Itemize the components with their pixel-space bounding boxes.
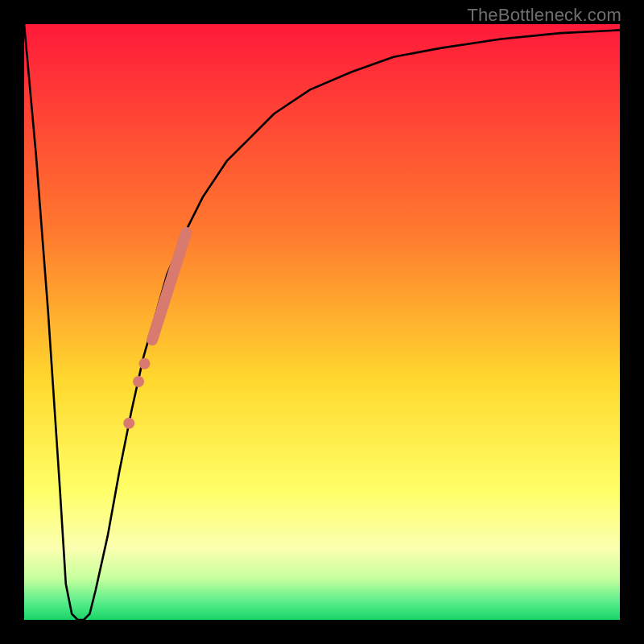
dot-a xyxy=(138,358,150,369)
dot-b xyxy=(133,376,144,387)
watermark-text: TheBottleneck.com xyxy=(467,5,621,26)
curve-layer xyxy=(24,24,620,620)
plot-area xyxy=(24,24,620,620)
bottleneck-curve xyxy=(24,24,620,620)
highlight-band xyxy=(152,233,186,340)
dot-c xyxy=(123,418,134,429)
chart-frame: TheBottleneck.com xyxy=(0,0,644,644)
